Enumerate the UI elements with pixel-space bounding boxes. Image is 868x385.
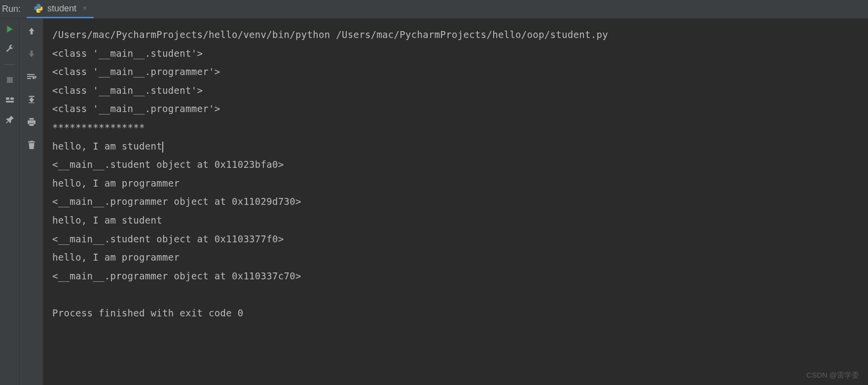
down-arrow-icon[interactable] — [26, 48, 37, 59]
python-icon — [34, 3, 43, 13]
console-line: <class '__main__.programmer'> — [52, 100, 859, 118]
console-line: <__main__.programmer object at 0x11029d7… — [52, 192, 859, 211]
console-line: hello, I am student — [52, 211, 859, 230]
svg-rect-0 — [7, 77, 13, 83]
tab-label: student — [47, 3, 76, 14]
console-line: <__main__.student object at 0x1103377f0> — [52, 230, 859, 249]
console-line: <__main__.student object at 0x11023bfa0> — [52, 155, 859, 174]
console-line: Process finished with exit code 0 — [52, 304, 859, 323]
trash-icon[interactable] — [26, 139, 37, 150]
close-icon[interactable]: × — [82, 4, 87, 13]
up-arrow-icon[interactable] — [26, 26, 37, 37]
console-line: <class '__main__.programmer'> — [52, 63, 859, 81]
svg-rect-2 — [10, 98, 14, 100]
console-output[interactable]: /Users/mac/PycharmProjects/hello/venv/bi… — [43, 19, 868, 385]
left-toolbar — [0, 19, 20, 385]
divider — [4, 64, 15, 65]
main-area: /Users/mac/PycharmProjects/hello/venv/bi… — [0, 19, 868, 385]
rerun-icon[interactable] — [4, 24, 15, 35]
soft-wrap-icon[interactable] — [26, 71, 37, 82]
wrench-icon[interactable] — [4, 43, 15, 54]
second-toolbar — [20, 19, 43, 385]
console-line: hello, I am programmer — [52, 174, 859, 193]
console-line: <__main__.programmer object at 0x110337c… — [52, 267, 859, 286]
stop-icon[interactable] — [4, 75, 15, 85]
console-line: /Users/mac/PycharmProjects/hello/venv/bi… — [52, 26, 859, 44]
scroll-to-end-icon[interactable] — [26, 94, 37, 105]
svg-rect-3 — [6, 101, 14, 102]
text-cursor — [162, 142, 163, 153]
console-line: hello, I am programmer — [52, 248, 859, 267]
console-line: hello, I am student — [52, 137, 859, 156]
watermark: CSDN @雷学委 — [806, 371, 859, 380]
run-label: Run: — [0, 4, 27, 14]
pin-icon[interactable] — [4, 114, 15, 125]
print-icon[interactable] — [26, 116, 37, 127]
layout-icon[interactable] — [4, 94, 15, 105]
run-tab[interactable]: student × — [27, 0, 94, 18]
console-line: **************** — [52, 118, 859, 137]
console-line: <class '__main__.student'> — [52, 81, 859, 100]
svg-rect-1 — [6, 98, 9, 100]
top-bar: Run: student × — [0, 0, 868, 19]
console-line — [52, 286, 859, 304]
console-line: <class '__main__.student'> — [52, 44, 859, 63]
